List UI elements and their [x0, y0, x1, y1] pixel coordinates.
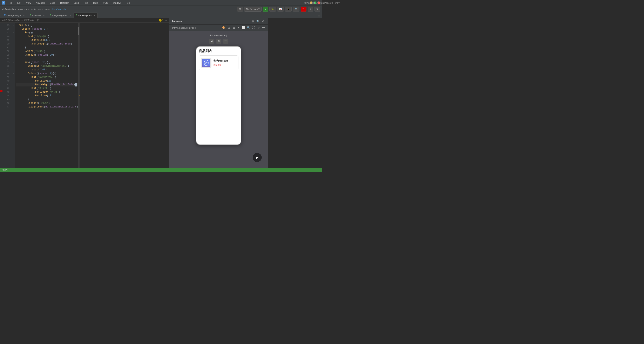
breadcrumb-file[interactable]: ItemPage.ets: [52, 8, 66, 10]
preview-zoom-out-icon[interactable]: 🔍: [246, 26, 250, 30]
editor-top-bar: build() { Column({space: 8}){ Row(){ ...…: [0, 18, 169, 23]
gutter-ln-39: [0, 74, 4, 78]
preview-icon-2[interactable]: 🔍: [256, 19, 260, 23]
line-numbers: 25 26 27 28 29 30 31 32 33 34 35 36 37 3…: [4, 23, 12, 168]
tab-imagepage[interactable]: E ImagePage.ets ✕: [48, 12, 74, 18]
previewer-header: Previewer ⊞ 🔍 ⚙: [169, 18, 268, 25]
tab-imagepage-close[interactable]: ✕: [69, 14, 71, 17]
run-button[interactable]: ▶: [263, 6, 268, 11]
menu-refactor[interactable]: Refactor: [59, 1, 70, 4]
menu-tools[interactable]: Tools: [92, 1, 99, 4]
settings-button[interactable]: ⚙: [237, 6, 243, 11]
fold-33: [12, 53, 14, 57]
menu-help[interactable]: Help: [124, 1, 132, 4]
refresh-sync-button[interactable]: ↺: [308, 6, 313, 11]
scrollbar-thumb[interactable]: [78, 27, 79, 35]
menu-run[interactable]: Run: [82, 1, 89, 4]
title-bar: A File Edit View Navigate Code Refactor …: [0, 0, 322, 6]
preview-grid-icon[interactable]: ▦: [232, 26, 236, 30]
menu-build[interactable]: Build: [72, 1, 80, 4]
debug-button[interactable]: 🐛: [269, 6, 276, 11]
search-button[interactable]: 🔍: [293, 6, 300, 11]
scroll-warning-marker: [79, 95, 80, 96]
fold-36: [12, 64, 14, 68]
preview-play-button[interactable]: ▶: [253, 153, 262, 162]
menu-view[interactable]: View: [25, 1, 32, 4]
gutter-ln-27: [0, 30, 4, 34]
breadcrumb-project[interactable]: MyApplication: [2, 8, 16, 10]
breadcrumb-src[interactable]: src: [26, 8, 29, 10]
profile-button[interactable]: 📊: [277, 6, 284, 11]
fold-25[interactable]: ▾: [12, 23, 14, 27]
breadcrumb-pages[interactable]: pages: [44, 8, 50, 10]
code-line-25: build() {: [16, 23, 78, 27]
menu-vcs[interactable]: VCS: [102, 1, 109, 4]
gutter-ln-28: [0, 34, 4, 37]
breadcrumb-ets[interactable]: ets: [38, 8, 42, 10]
code-line-29: .fontSize(30): [16, 38, 78, 42]
fold-46: [12, 101, 14, 105]
tab-itempage[interactable]: E ItemPage.ets ✕: [74, 12, 98, 18]
ln-36: 36: [4, 64, 10, 68]
menu-navigate[interactable]: Navigate: [34, 1, 46, 4]
phone-frame: 商品列表: [196, 46, 241, 145]
code-line-38: Column({space: 4}){: [16, 72, 78, 75]
preview-dropdown-icon[interactable]: ▾: [236, 26, 241, 30]
warning-badge: ! 1 ▾ ▴: [159, 19, 167, 22]
product-thumbnail: [202, 59, 210, 67]
breadcrumb-module[interactable]: entry: [18, 8, 23, 10]
fold-38[interactable]: ▾: [12, 72, 14, 75]
preview-more-icon[interactable]: •••: [261, 26, 266, 30]
code-content[interactable]: build() { Column({space: 8}){ Row(){ Tex…: [15, 23, 78, 168]
tab-options-icon[interactable]: ≡: [318, 14, 320, 17]
breadcrumb-main[interactable]: main: [31, 8, 36, 10]
preview-layout-icon[interactable]: ⊞: [227, 26, 231, 30]
preview-fullscreen-icon[interactable]: ⛶: [252, 26, 256, 30]
device-toggle-button[interactable]: ⊞: [216, 39, 221, 44]
preview-nav-icons: 🎨 ⊞ ▦ ▾ ⬜ 🔍 ⛶ ↻ •••: [222, 26, 266, 30]
preview-icon-3[interactable]: ⚙: [261, 19, 266, 23]
device-back-button[interactable]: ◀: [209, 39, 214, 44]
gutter-ln-41-breakpoint: [0, 82, 4, 86]
preview-rotate-icon[interactable]: ↻: [256, 26, 260, 30]
editor-area: build() { Column({space: 8}){ Row(){ ...…: [0, 18, 169, 168]
device-manager-button[interactable]: 📱: [285, 6, 292, 11]
previewer-content: Phone (medium) ◀ ⊞ ••• 商品列表: [169, 31, 268, 168]
ln-43: 43: [4, 90, 10, 94]
ln-34: 34: [4, 57, 10, 60]
device-more-button[interactable]: •••: [223, 39, 228, 44]
previewer-toolbar-icons: ⊞ 🔍 ⚙: [250, 19, 266, 23]
menu-window[interactable]: Window: [112, 1, 122, 4]
menu-code[interactable]: Code: [49, 1, 56, 4]
expand-collapse-icon[interactable]: ▾ ▴: [165, 19, 167, 21]
ln-45: 45: [4, 98, 10, 101]
preview-theme-icon[interactable]: 🎨: [222, 26, 226, 30]
tab-index[interactable]: E Index.ets ✕: [28, 12, 48, 18]
fold-29: [12, 38, 14, 42]
code-line-27: Row(){: [16, 31, 78, 34]
preview-icon-1[interactable]: ⊞: [250, 19, 255, 23]
fold-27[interactable]: ▾: [12, 31, 14, 34]
code-line-41: .fontWeight(FontWeight.Bold)|: [16, 83, 78, 86]
tab-itempage-close[interactable]: ✕: [93, 14, 96, 17]
gutter-ln-29: [0, 37, 4, 41]
ln-40: 40: [4, 79, 10, 83]
ln-39: 39: [4, 75, 10, 79]
no-devices-dropdown[interactable]: No Devices ▾: [244, 6, 262, 11]
fold-35[interactable]: ▾: [12, 60, 14, 64]
no-devices-label: No Devices: [246, 8, 258, 10]
ln-42: 42: [4, 86, 10, 90]
expand-button[interactable]: Tr: [301, 6, 306, 11]
ets-icon-item: E: [76, 14, 77, 16]
menu-edit[interactable]: Edit: [16, 1, 22, 4]
gutter-ln-33: [0, 52, 4, 56]
code-line-45: }: [16, 98, 78, 101]
ui-check-button[interactable]: ⚙: [314, 6, 320, 11]
tab-index-close[interactable]: ✕: [43, 14, 45, 17]
menu-file[interactable]: File: [8, 1, 14, 4]
tab-entryability-close[interactable]: ✕: [23, 14, 25, 17]
tab-entryability[interactable]: TS EntryAbility.ts ✕: [2, 12, 28, 18]
preview-zoom-frame-icon[interactable]: ⬜: [242, 26, 246, 30]
ln-33: 33: [4, 53, 10, 57]
editor-scrollbar[interactable]: [78, 23, 80, 168]
